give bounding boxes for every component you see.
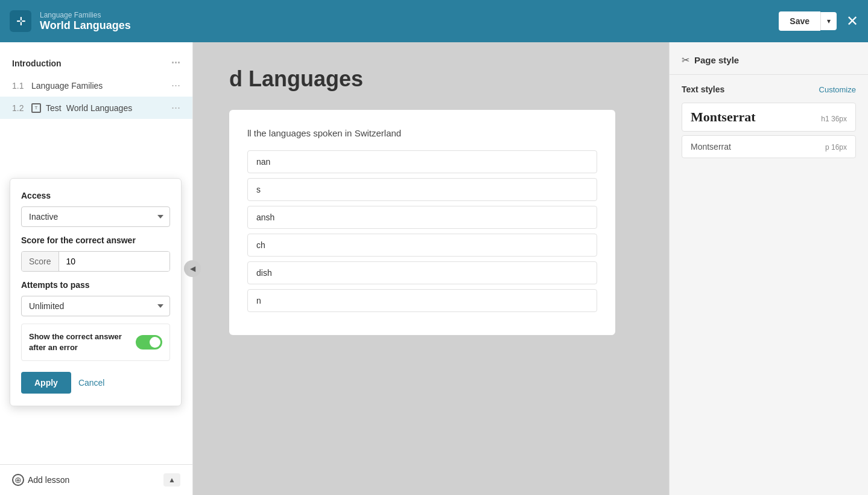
score-label: Score (22, 252, 59, 271)
cancel-button[interactable]: Cancel (78, 378, 105, 388)
item1-num: 1.1 (12, 81, 27, 91)
score-input[interactable] (59, 252, 170, 271)
save-dropdown-button[interactable]: ▾ (820, 12, 837, 30)
score-row: Score (21, 251, 170, 272)
sidebar: ◀ Introduction ··· 1.1 Language Families… (0, 42, 193, 495)
header: ⊹ Language Families World Languages Save… (0, 0, 868, 42)
add-lesson-icon: ⊕ (12, 474, 24, 486)
page-style-icon: ✂ (682, 54, 689, 66)
test-icon: T (31, 103, 41, 113)
main-content: d Languages ll the languages spoken in S… (193, 42, 669, 495)
answer-option-5[interactable]: dish (247, 261, 597, 284)
main-layout: ◀ Introduction ··· 1.1 Language Families… (0, 42, 868, 495)
sidebar-section-introduction: Introduction ··· (0, 52, 192, 74)
answer-option-2[interactable]: s (247, 178, 597, 201)
h1-meta: h1 36px (821, 115, 847, 123)
item2-label: World Languages (66, 103, 132, 113)
content-card: ll the languages spoken in Switzerland n… (229, 110, 615, 335)
text-styles-header: Text styles Customize (682, 85, 856, 94)
item2-num: 1.2 (12, 103, 27, 113)
item1-menu-icon[interactable]: ··· (171, 79, 180, 92)
introduction-label: Introduction (12, 59, 62, 68)
right-panel-header: ✂ Page style (670, 42, 868, 75)
popup-panel: Access Inactive Active Scheduled Score f… (10, 178, 182, 406)
toggle-track (136, 335, 162, 350)
toggle-row: Show the correct answer after an error (21, 324, 170, 361)
header-title: Language Families World Languages (40, 11, 131, 32)
toggle-label: Show the correct answer after an error (29, 331, 136, 353)
header-right: Save ▾ ✕ (779, 11, 858, 31)
toggle-show-answer[interactable] (136, 335, 162, 350)
score-section-label: Score for the correct answer (21, 235, 170, 245)
p-font-name: Montserrat (691, 142, 731, 152)
save-button[interactable]: Save (779, 11, 820, 31)
introduction-menu-icon[interactable]: ··· (171, 57, 180, 69)
p-meta: p 16px (825, 143, 847, 152)
toggle-thumb (150, 337, 160, 348)
header-left: ⊹ Language Families World Languages (10, 10, 131, 32)
answer-option-3[interactable]: ansh (247, 206, 597, 229)
answer-option-1[interactable]: nan (247, 150, 597, 173)
content-description: ll the languages spoken in Switzerland (247, 128, 597, 138)
apply-button[interactable]: Apply (21, 372, 71, 394)
text-styles-section: Text styles Customize Montserrat h1 36px… (670, 75, 868, 171)
item1-label: Language Families (31, 81, 103, 91)
page-style-title: Page style (694, 55, 739, 65)
page-title: World Languages (40, 19, 131, 32)
breadcrumb: Language Families (40, 11, 131, 19)
sidebar-footer: ⊕ Add lesson ▲ (0, 464, 192, 495)
attempts-select[interactable]: Unlimited 1 2 3 5 (21, 296, 170, 316)
sidebar-collapse-button[interactable]: ◀ (184, 260, 201, 277)
content-title: d Languages (229, 66, 633, 92)
sidebar-item-test-world-languages[interactable]: 1.2 T Test World Languages ··· (0, 97, 192, 119)
add-lesson-button[interactable]: ⊕ Add lesson (12, 474, 69, 486)
popup-actions: Apply Cancel (21, 372, 170, 394)
right-panel: ✂ Page style Text styles Customize Monts… (669, 42, 868, 495)
text-styles-label: Text styles (682, 85, 724, 94)
item2-icon-label: Test (46, 103, 62, 113)
access-label: Access (21, 191, 170, 200)
save-btn-group: Save ▾ (779, 11, 837, 31)
answer-option-6[interactable]: n (247, 289, 597, 312)
answer-option-4[interactable]: ch (247, 234, 597, 257)
collapse-arrow-button[interactable]: ▲ (163, 473, 180, 487)
attempts-section-label: Attempts to pass (21, 280, 170, 290)
app-logo: ⊹ (10, 10, 31, 32)
sidebar-item-language-families[interactable]: 1.1 Language Families ··· (0, 74, 192, 97)
customize-link[interactable]: Customize (819, 85, 856, 94)
close-button[interactable]: ✕ (846, 13, 858, 30)
add-lesson-label: Add lesson (28, 475, 69, 485)
h1-font-name: Montserrat (691, 109, 756, 125)
access-select[interactable]: Inactive Active Scheduled (21, 206, 170, 227)
p-style-row: Montserrat p 16px (682, 135, 856, 158)
h1-style-row: Montserrat h1 36px (682, 103, 856, 132)
item2-menu-icon[interactable]: ··· (171, 101, 180, 114)
